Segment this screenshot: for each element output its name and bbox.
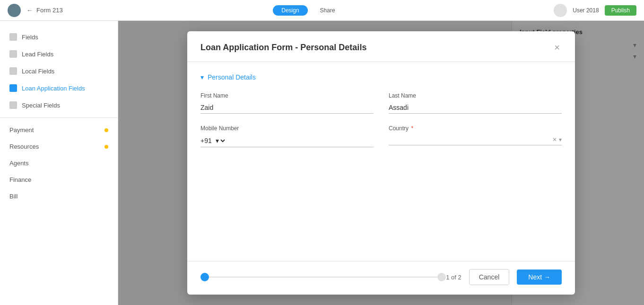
section-header: ▾ Personal Details [200,73,562,81]
loan-fields-icon [9,84,17,92]
main-content: Input Field properties Field Properties … [118,21,644,305]
country-select[interactable]: ✕ ▾ [389,135,562,145]
phone-number-input[interactable] [226,135,374,146]
sidebar-item-payment[interactable]: Payment [0,122,118,138]
phone-input-wrapper: +91 ▾ [200,135,374,147]
sidebar-item-bill[interactable]: Bill [0,188,118,205]
footer-right: 1 of 2 Cancel Next → [446,269,562,285]
payment-badge [104,128,108,132]
sidebar-item-local-fields[interactable]: Local Fields [0,63,118,80]
sidebar-item-agents[interactable]: Agents [0,155,118,171]
modal-header: Loan Application Form - Personal Details… [187,31,575,62]
modal-body: ▾ Personal Details First Name Last Name [187,62,575,261]
sidebar-item-resources[interactable]: Resources [0,138,118,155]
last-name-input[interactable] [389,102,562,114]
country-clear-icon[interactable]: ✕ [552,136,557,143]
progress-track [200,273,446,281]
section-chevron-icon[interactable]: ▾ [200,73,204,81]
modal-overlay: Loan Application Form - Personal Details… [118,21,644,305]
close-button[interactable]: × [552,41,562,54]
progress-dot-2 [437,273,446,281]
sidebar-item-fields[interactable]: Fields [0,28,118,45]
first-name-input[interactable] [200,102,374,114]
mobile-number-group: Mobile Number +91 ▾ [200,125,374,147]
last-name-label: Last Name [389,92,562,99]
first-name-label: First Name [200,92,374,99]
sidebar-item-loan-application-fields[interactable]: Loan Application Fields [0,80,118,97]
topbar: ← Form 213 Design Share User 2018 Publis… [0,0,644,21]
modal-dialog: Loan Application Form - Personal Details… [187,31,575,295]
resources-badge [104,145,108,149]
last-name-group: Last Name [389,92,562,114]
form-row-names: First Name Last Name [200,92,562,114]
first-name-group: First Name [200,92,374,114]
tab-design[interactable]: Design [273,5,307,16]
user-avatar [554,4,567,17]
mobile-label: Mobile Number [200,125,374,132]
special-fields-icon [9,101,17,109]
local-fields-icon [9,67,17,75]
sidebar-item-finance[interactable]: Finance [0,171,118,188]
user-name: User 2018 [573,7,599,14]
country-required-star: * [411,125,413,132]
progress-line [200,277,446,278]
tab-share[interactable]: Share [312,5,344,16]
next-button[interactable]: Next → [517,269,562,285]
fields-icon [9,33,17,41]
lead-fields-icon [9,50,17,58]
sidebar: Fields Lead Fields Local Fields Loan App… [0,21,118,305]
section-title: Personal Details [208,73,256,81]
sidebar-item-lead-fields[interactable]: Lead Fields [0,45,118,63]
form-row-contact: Mobile Number +91 ▾ Country [200,125,562,147]
progress-dot-1 [200,273,209,281]
country-group: Country * ✕ ▾ [389,125,562,147]
country-dropdown-icon[interactable]: ▾ [559,136,562,143]
app-logo [8,4,21,17]
page-indicator: 1 of 2 [446,274,461,281]
modal-footer: 1 of 2 Cancel Next → [187,261,575,295]
sidebar-item-special-fields[interactable]: Special Fields [0,97,118,114]
country-select-icons: ✕ ▾ [552,136,562,143]
modal-title: Loan Application Form - Personal Details [200,43,366,53]
publish-button[interactable]: Publish [605,5,636,16]
phone-country-dropdown[interactable]: ▾ [214,135,226,147]
country-label: Country * [389,125,562,132]
breadcrumb: ← Form 213 [26,7,63,14]
phone-code: +91 [200,137,212,144]
cancel-button[interactable]: Cancel [469,269,510,285]
